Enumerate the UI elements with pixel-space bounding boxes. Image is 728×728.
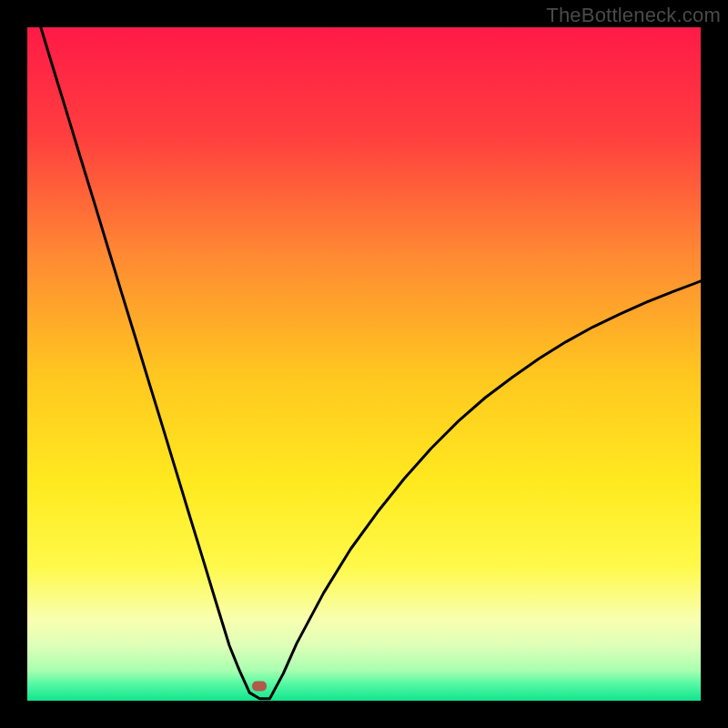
chart-frame: TheBottleneck.com bbox=[0, 0, 728, 728]
optimal-point-marker bbox=[252, 681, 267, 691]
plot-area bbox=[27, 27, 701, 701]
watermark-text: TheBottleneck.com bbox=[546, 4, 721, 27]
bottleneck-curve bbox=[27, 27, 701, 701]
